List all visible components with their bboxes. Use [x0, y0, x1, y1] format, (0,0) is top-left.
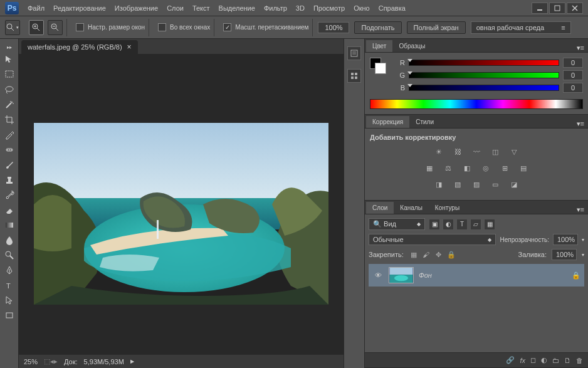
adjustments-panel-menu-icon[interactable]: ▾≡ [573, 120, 588, 128]
filter-type-icon[interactable]: T [456, 219, 468, 230]
new-layer-icon[interactable]: 🗋 [564, 357, 571, 364]
channel-mixer-icon[interactable]: ⊞ [498, 162, 511, 174]
layer-visibility-icon[interactable]: 👁 [372, 270, 384, 281]
vibrance-icon[interactable]: ▽ [508, 146, 520, 157]
close-tab-icon[interactable]: × [127, 43, 132, 51]
brush-tool-icon[interactable] [2, 158, 17, 172]
tab-channels[interactable]: Каналы [394, 202, 429, 214]
lock-all-icon[interactable]: 🔒 [446, 250, 456, 260]
new-fill-adjust-icon[interactable]: ◐ [541, 356, 547, 364]
menu-window[interactable]: Окно [354, 4, 370, 12]
menu-image[interactable]: Изображение [115, 4, 158, 12]
tab-layers[interactable]: Слои [366, 202, 394, 214]
link-layers-icon[interactable]: 🔗 [506, 356, 515, 364]
filter-pixel-icon[interactable]: ▣ [429, 219, 440, 230]
blend-mode-dropdown[interactable]: Обычные◆ [369, 234, 496, 245]
crop-tool-icon[interactable] [2, 113, 17, 127]
stamp-tool-icon[interactable] [2, 173, 17, 187]
layer-row[interactable]: 👁 Фон 🔒 [369, 264, 584, 287]
color-balance-icon[interactable]: ⚖ [442, 162, 454, 174]
zoom-out-icon[interactable] [48, 20, 63, 35]
ps-logo[interactable]: Ps [5, 2, 19, 14]
all-windows-checkbox[interactable] [158, 23, 166, 31]
status-doc-size[interactable]: 5,93M/5,93M [84, 358, 124, 365]
zoom-percent-field[interactable]: 100% [318, 22, 349, 33]
new-group-icon[interactable]: 🗀 [552, 357, 559, 364]
layer-name[interactable]: Фон [419, 271, 432, 279]
close-button[interactable] [567, 3, 583, 14]
b-value[interactable]: 0 [563, 83, 583, 93]
type-tool-icon[interactable]: T [2, 278, 17, 292]
layer-thumbnail[interactable] [389, 267, 414, 283]
eyedropper-tool-icon[interactable] [2, 128, 17, 142]
lock-position-icon[interactable]: ✥ [434, 250, 444, 260]
exposure-icon[interactable]: ◫ [489, 146, 501, 157]
layer-mask-icon[interactable]: ◻ [530, 356, 536, 364]
pen-tool-icon[interactable] [2, 263, 17, 277]
menu-edit[interactable]: Редактирование [53, 4, 106, 12]
menu-layers[interactable]: Слои [167, 4, 184, 12]
menu-text[interactable]: Текст [192, 4, 210, 12]
tab-adjustments[interactable]: Коррекция [366, 116, 409, 128]
selective-color-icon[interactable]: ◪ [508, 179, 520, 190]
shape-tool-icon[interactable] [2, 308, 17, 322]
layers-panel-menu-icon[interactable]: ▾≡ [573, 206, 588, 214]
document-tab[interactable]: waterfals.jpeg @ 25% (RGB/8) × [21, 40, 138, 54]
menu-file[interactable]: Файл [28, 4, 45, 12]
filter-shape-icon[interactable]: ▱ [470, 219, 481, 230]
color-panel-menu-icon[interactable]: ▾≡ [573, 44, 588, 52]
properties-panel-icon[interactable] [347, 69, 361, 83]
filter-adjust-icon[interactable]: ◐ [443, 219, 454, 230]
dodge-tool-icon[interactable] [2, 248, 17, 262]
posterize-icon[interactable]: ▧ [451, 179, 464, 190]
minimize-button[interactable] [532, 3, 548, 14]
g-slider[interactable] [409, 72, 559, 78]
maximize-button[interactable] [549, 3, 565, 14]
history-brush-tool-icon[interactable] [2, 188, 17, 202]
g-value[interactable]: 0 [563, 70, 583, 80]
lock-transparent-icon[interactable]: ▦ [409, 250, 419, 260]
healing-tool-icon[interactable] [2, 143, 17, 157]
tab-swatches[interactable]: Образцы [392, 40, 431, 52]
layer-style-icon[interactable]: fx [520, 357, 525, 364]
zoom-in-icon[interactable] [29, 20, 44, 35]
workspace-dropdown[interactable]: овная рабочая среда≡ [471, 21, 571, 34]
blur-tool-icon[interactable] [2, 233, 17, 247]
photo-filter-icon[interactable]: ◎ [480, 162, 492, 174]
fit-button[interactable]: Подогнать [354, 21, 401, 34]
fullscreen-button[interactable]: Полный экран [407, 21, 466, 34]
r-value[interactable]: 0 [563, 58, 583, 68]
menu-select[interactable]: Выделение [219, 4, 255, 12]
menu-filter[interactable]: Фильтр [264, 4, 287, 12]
layer-filter-dropdown[interactable]: 🔍 Вид◆ [369, 218, 425, 230]
threshold-icon[interactable]: ▨ [470, 179, 483, 190]
menu-view[interactable]: Просмотр [313, 4, 345, 12]
tab-color[interactable]: Цвет [366, 40, 392, 52]
eraser-tool-icon[interactable] [2, 203, 17, 217]
hue-sat-icon[interactable]: ▦ [423, 162, 436, 174]
scrubby-zoom-checkbox[interactable] [223, 23, 231, 31]
gradient-tool-icon[interactable] [2, 218, 17, 232]
toolbox-expand-icon[interactable]: ▸▸ [0, 43, 18, 51]
path-select-tool-icon[interactable] [2, 293, 17, 307]
canvas[interactable] [19, 54, 344, 354]
opacity-dropdown-icon[interactable]: ▾ [582, 237, 584, 243]
menu-help[interactable]: Справка [379, 4, 406, 12]
filter-smart-icon[interactable]: ▦ [484, 219, 495, 230]
color-lookup-icon[interactable]: ▤ [517, 162, 530, 174]
lock-pixels-icon[interactable]: 🖌 [421, 250, 431, 260]
resize-windows-checkbox[interactable] [76, 23, 84, 31]
layer-lock-icon[interactable]: 🔒 [572, 271, 580, 280]
delete-layer-icon[interactable]: 🗑 [576, 357, 583, 364]
marquee-tool-icon[interactable] [2, 68, 17, 81]
levels-icon[interactable]: ⛓ [451, 146, 464, 157]
curves-icon[interactable]: 〰 [470, 146, 483, 157]
menu-3d[interactable]: 3D [296, 4, 305, 12]
opacity-field[interactable]: 100% [553, 234, 578, 245]
move-tool-icon[interactable] [2, 53, 17, 66]
tool-preset-icon[interactable]: ▾ [5, 20, 20, 35]
status-flyout-icon[interactable]: ▶ [130, 359, 134, 364]
tab-paths[interactable]: Контуры [429, 202, 466, 214]
history-panel-icon[interactable] [347, 46, 361, 60]
black-white-icon[interactable]: ◧ [461, 162, 473, 174]
